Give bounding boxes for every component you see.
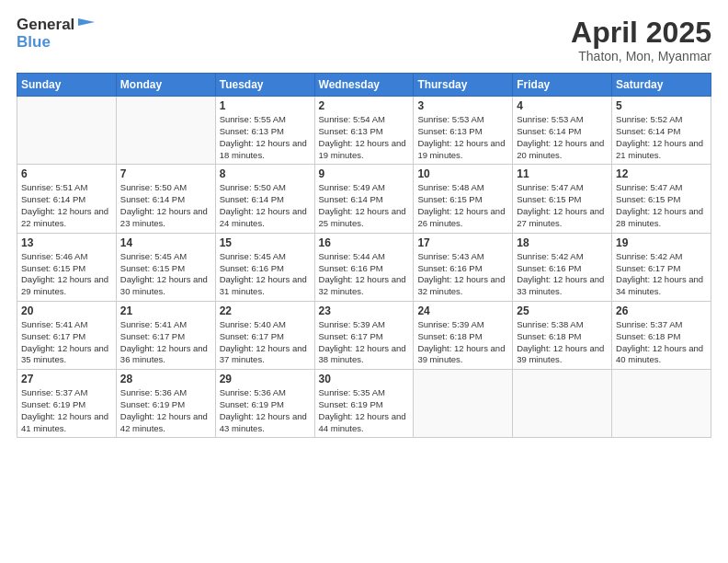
calendar-day-cell: 8Sunrise: 5:50 AM Sunset: 6:14 PM Daylig… [215,165,314,233]
calendar-day-cell: 1Sunrise: 5:55 AM Sunset: 6:13 PM Daylig… [215,97,314,165]
day-number: 12 [616,167,707,180]
day-info: Sunrise: 5:50 AM Sunset: 6:14 PM Dayligh… [120,182,211,229]
day-number: 21 [120,304,211,317]
day-info: Sunrise: 5:48 AM Sunset: 6:15 PM Dayligh… [417,182,508,229]
day-number: 6 [21,167,112,180]
day-info: Sunrise: 5:52 AM Sunset: 6:14 PM Dayligh… [616,114,707,161]
day-number: 10 [417,167,508,180]
day-number: 23 [319,304,410,317]
header: General Blue April 2025 Thaton, Mon, Mya… [17,17,711,63]
calendar-day-cell: 26Sunrise: 5:37 AM Sunset: 6:18 PM Dayli… [612,301,711,369]
col-wednesday: Wednesday [314,74,414,97]
calendar-day-cell: 13Sunrise: 5:46 AM Sunset: 6:15 PM Dayli… [17,233,117,301]
calendar-day-cell: 21Sunrise: 5:41 AM Sunset: 6:17 PM Dayli… [116,301,215,369]
day-number: 9 [319,167,410,180]
calendar-week-row: 20Sunrise: 5:41 AM Sunset: 6:17 PM Dayli… [17,301,711,369]
day-info: Sunrise: 5:47 AM Sunset: 6:15 PM Dayligh… [517,182,608,229]
logo: General Blue [17,17,97,51]
calendar-header-row: Sunday Monday Tuesday Wednesday Thursday… [17,74,711,97]
calendar-day-cell: 7Sunrise: 5:50 AM Sunset: 6:14 PM Daylig… [116,165,215,233]
col-friday: Friday [513,74,612,97]
day-number: 15 [220,236,311,249]
day-info: Sunrise: 5:36 AM Sunset: 6:19 PM Dayligh… [120,387,211,434]
calendar-title: April 2025 [571,17,711,49]
calendar-day-cell [17,97,117,165]
day-number: 14 [120,236,211,249]
day-info: Sunrise: 5:39 AM Sunset: 6:17 PM Dayligh… [319,319,410,366]
day-info: Sunrise: 5:47 AM Sunset: 6:15 PM Dayligh… [616,182,707,229]
calendar-day-cell: 12Sunrise: 5:47 AM Sunset: 6:15 PM Dayli… [612,165,711,233]
day-number: 24 [417,304,508,317]
calendar-day-cell: 27Sunrise: 5:37 AM Sunset: 6:19 PM Dayli… [17,370,117,438]
day-info: Sunrise: 5:53 AM Sunset: 6:13 PM Dayligh… [417,114,508,161]
logo-general-text: General [17,17,74,34]
day-info: Sunrise: 5:45 AM Sunset: 6:16 PM Dayligh… [220,251,311,298]
day-number: 27 [21,373,112,385]
day-number: 30 [319,373,410,385]
calendar-day-cell [612,370,711,438]
day-info: Sunrise: 5:40 AM Sunset: 6:17 PM Dayligh… [220,319,311,366]
day-info: Sunrise: 5:38 AM Sunset: 6:18 PM Dayligh… [517,319,608,366]
day-number: 8 [220,167,311,180]
day-info: Sunrise: 5:43 AM Sunset: 6:16 PM Dayligh… [417,251,508,298]
calendar-day-cell: 19Sunrise: 5:42 AM Sunset: 6:17 PM Dayli… [612,233,711,301]
day-info: Sunrise: 5:42 AM Sunset: 6:16 PM Dayligh… [517,251,608,298]
calendar-week-row: 13Sunrise: 5:46 AM Sunset: 6:15 PM Dayli… [17,233,711,301]
calendar-day-cell: 3Sunrise: 5:53 AM Sunset: 6:13 PM Daylig… [414,97,513,165]
day-number: 11 [517,167,608,180]
day-info: Sunrise: 5:50 AM Sunset: 6:14 PM Dayligh… [220,182,311,229]
logo-blue-text: Blue [17,33,51,51]
day-number: 2 [319,99,410,112]
day-number: 16 [319,236,410,249]
calendar-day-cell: 25Sunrise: 5:38 AM Sunset: 6:18 PM Dayli… [513,301,612,369]
day-info: Sunrise: 5:54 AM Sunset: 6:13 PM Dayligh… [319,114,410,161]
calendar-day-cell: 5Sunrise: 5:52 AM Sunset: 6:14 PM Daylig… [612,97,711,165]
day-info: Sunrise: 5:37 AM Sunset: 6:18 PM Dayligh… [616,319,707,366]
day-number: 29 [220,373,311,385]
day-number: 18 [517,236,608,249]
day-info: Sunrise: 5:53 AM Sunset: 6:14 PM Dayligh… [517,114,608,161]
day-info: Sunrise: 5:51 AM Sunset: 6:14 PM Dayligh… [21,182,112,229]
day-info: Sunrise: 5:45 AM Sunset: 6:15 PM Dayligh… [120,251,211,298]
col-monday: Monday [116,74,215,97]
calendar-table: Sunday Monday Tuesday Wednesday Thursday… [17,73,711,438]
calendar-day-cell [513,370,612,438]
day-info: Sunrise: 5:37 AM Sunset: 6:19 PM Dayligh… [21,387,112,434]
calendar-day-cell: 2Sunrise: 5:54 AM Sunset: 6:13 PM Daylig… [314,97,414,165]
day-info: Sunrise: 5:42 AM Sunset: 6:17 PM Dayligh… [616,251,707,298]
day-number: 4 [517,99,608,112]
calendar-day-cell: 29Sunrise: 5:36 AM Sunset: 6:19 PM Dayli… [215,370,314,438]
calendar-day-cell: 4Sunrise: 5:53 AM Sunset: 6:14 PM Daylig… [513,97,612,165]
day-info: Sunrise: 5:36 AM Sunset: 6:19 PM Dayligh… [220,387,311,434]
day-number: 17 [417,236,508,249]
calendar-day-cell: 10Sunrise: 5:48 AM Sunset: 6:15 PM Dayli… [414,165,513,233]
day-number: 28 [120,373,211,385]
day-info: Sunrise: 5:55 AM Sunset: 6:13 PM Dayligh… [220,114,311,161]
calendar-subtitle: Thaton, Mon, Myanmar [571,49,711,63]
svg-marker-0 [78,18,95,26]
day-info: Sunrise: 5:49 AM Sunset: 6:14 PM Dayligh… [319,182,410,229]
day-number: 22 [220,304,311,317]
col-thursday: Thursday [414,74,513,97]
calendar-day-cell [116,97,215,165]
col-tuesday: Tuesday [215,74,314,97]
calendar-day-cell: 6Sunrise: 5:51 AM Sunset: 6:14 PM Daylig… [17,165,117,233]
day-info: Sunrise: 5:41 AM Sunset: 6:17 PM Dayligh… [120,319,211,366]
day-info: Sunrise: 5:35 AM Sunset: 6:19 PM Dayligh… [319,387,410,434]
page: General Blue April 2025 Thaton, Mon, Mya… [0,0,728,563]
day-number: 26 [616,304,707,317]
col-sunday: Sunday [17,74,117,97]
day-number: 25 [517,304,608,317]
day-info: Sunrise: 5:44 AM Sunset: 6:16 PM Dayligh… [319,251,410,298]
calendar-day-cell [414,370,513,438]
calendar-week-row: 6Sunrise: 5:51 AM Sunset: 6:14 PM Daylig… [17,165,711,233]
calendar-day-cell: 23Sunrise: 5:39 AM Sunset: 6:17 PM Dayli… [314,301,414,369]
col-saturday: Saturday [612,74,711,97]
calendar-day-cell: 9Sunrise: 5:49 AM Sunset: 6:14 PM Daylig… [314,165,414,233]
day-number: 7 [120,167,211,180]
calendar-day-cell: 16Sunrise: 5:44 AM Sunset: 6:16 PM Dayli… [314,233,414,301]
day-info: Sunrise: 5:39 AM Sunset: 6:18 PM Dayligh… [417,319,508,366]
day-number: 20 [21,304,112,317]
calendar-day-cell: 14Sunrise: 5:45 AM Sunset: 6:15 PM Dayli… [116,233,215,301]
day-info: Sunrise: 5:46 AM Sunset: 6:15 PM Dayligh… [21,251,112,298]
